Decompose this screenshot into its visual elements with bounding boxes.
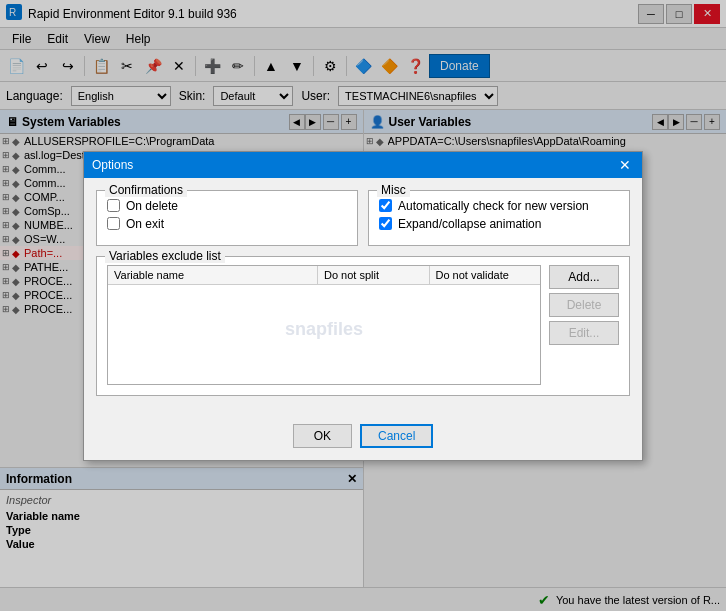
exclude-watermark: snapfiles xyxy=(285,319,363,340)
col-variable-name: Variable name xyxy=(108,266,318,284)
on-exit-row: On exit xyxy=(107,217,347,231)
exclude-buttons: Add... Delete Edit... xyxy=(549,265,619,385)
on-delete-checkbox[interactable] xyxy=(107,199,120,212)
cancel-button[interactable]: Cancel xyxy=(360,424,433,448)
expand-collapse-row: Expand/collapse animation xyxy=(379,217,619,231)
options-close-btn[interactable]: ✕ xyxy=(616,156,634,174)
expand-collapse-label: Expand/collapse animation xyxy=(398,217,541,231)
auto-check-label: Automatically check for new version xyxy=(398,199,589,213)
col-do-not-split: Do not split xyxy=(318,266,430,284)
misc-group: Misc Automatically check for new version… xyxy=(368,190,630,246)
delete-button[interactable]: Delete xyxy=(549,293,619,317)
modal-overlay: Options ✕ Confirmations On delete On exi… xyxy=(0,0,726,611)
auto-check-row: Automatically check for new version xyxy=(379,199,619,213)
on-exit-label: On exit xyxy=(126,217,164,231)
auto-check-checkbox[interactable] xyxy=(379,199,392,212)
ok-button[interactable]: OK xyxy=(293,424,352,448)
options-title: Options xyxy=(92,158,133,172)
options-body: Confirmations On delete On exit Misc xyxy=(84,178,642,420)
exclude-group: Variables exclude list Variable name Do … xyxy=(96,256,630,396)
on-delete-row: On delete xyxy=(107,199,347,213)
on-exit-checkbox[interactable] xyxy=(107,217,120,230)
exclude-table-body: snapfiles xyxy=(108,285,540,375)
expand-collapse-checkbox[interactable] xyxy=(379,217,392,230)
exclude-table: Variable name Do not split Do not valida… xyxy=(107,265,541,385)
options-footer: OK Cancel xyxy=(84,420,642,460)
confirmations-label: Confirmations xyxy=(105,183,187,197)
exclude-group-label: Variables exclude list xyxy=(105,249,225,263)
options-title-bar: Options ✕ xyxy=(84,152,642,178)
col-do-not-validate: Do not validate xyxy=(430,266,541,284)
misc-label: Misc xyxy=(377,183,410,197)
exclude-table-header: Variable name Do not split Do not valida… xyxy=(108,266,540,285)
confirmations-group: Confirmations On delete On exit xyxy=(96,190,358,246)
on-delete-label: On delete xyxy=(126,199,178,213)
options-top-row: Confirmations On delete On exit Misc xyxy=(96,190,630,246)
edit-button[interactable]: Edit... xyxy=(549,321,619,345)
add-button[interactable]: Add... xyxy=(549,265,619,289)
options-dialog: Options ✕ Confirmations On delete On exi… xyxy=(83,151,643,461)
exclude-content: Variable name Do not split Do not valida… xyxy=(107,265,619,385)
